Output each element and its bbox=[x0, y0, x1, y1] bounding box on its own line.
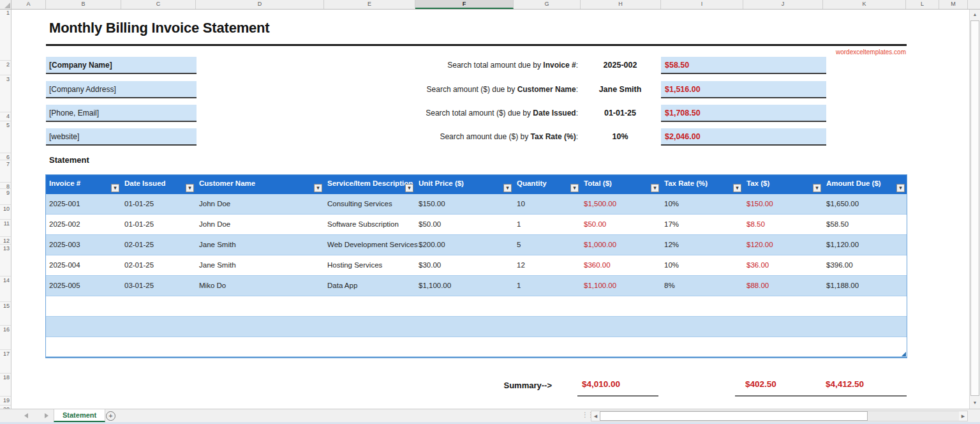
cell-3-6[interactable]: 5 bbox=[514, 235, 581, 255]
column-header-K[interactable]: K bbox=[823, 0, 906, 9]
cell-3-7[interactable]: $1,000.00 bbox=[581, 235, 661, 255]
scroll-right-icon[interactable]: ▶ bbox=[959, 411, 967, 421]
vertical-scrollbar[interactable]: ▲ ▼ bbox=[969, 10, 980, 409]
next-sheet-icon[interactable] bbox=[45, 413, 48, 418]
column-header-M[interactable]: M bbox=[939, 0, 968, 9]
table-row-8[interactable] bbox=[46, 337, 907, 357]
cell-4-7[interactable]: $360.00 bbox=[581, 255, 661, 276]
column-header-J[interactable]: J bbox=[743, 0, 823, 9]
cell-4-5[interactable]: $30.00 bbox=[415, 255, 514, 276]
cell-5-2[interactable]: 03-01-25 bbox=[121, 276, 196, 296]
column-header-G[interactable]: G bbox=[514, 0, 581, 9]
search-criteria-value-1[interactable]: 2025-002 bbox=[579, 61, 661, 70]
cell-3-4[interactable]: Web Development Services bbox=[324, 235, 415, 255]
row-header-18[interactable]: 18 bbox=[3, 374, 10, 381]
cell-5-7[interactable]: $1,100.00 bbox=[581, 276, 661, 296]
cell-3-1[interactable]: 2025-003 bbox=[46, 235, 121, 255]
horizontal-scrollbar-thumb[interactable] bbox=[600, 411, 868, 421]
company-field-4[interactable]: [website] bbox=[46, 128, 197, 146]
row-header-10[interactable]: 10 bbox=[3, 206, 10, 212]
row-header-3[interactable]: 3 bbox=[6, 76, 10, 82]
cell-1-2[interactable]: 01-01-25 bbox=[121, 194, 196, 215]
company-field-1[interactable]: [Company Name] bbox=[46, 57, 197, 74]
table-row-3[interactable]: 2025-00302-01-25Jane SmithWeb Developmen… bbox=[46, 235, 907, 255]
cell-5-5[interactable]: $1,100.00 bbox=[415, 276, 514, 296]
filter-dropdown-icon[interactable]: ▾ bbox=[570, 184, 579, 192]
search-result-3[interactable]: $1,708.50 bbox=[661, 105, 826, 122]
filter-dropdown-icon[interactable]: ▾ bbox=[896, 184, 905, 192]
cell-2-5[interactable]: $50.00 bbox=[415, 215, 514, 235]
cell-3-10[interactable]: $1,120.00 bbox=[823, 235, 907, 255]
cell-4-1[interactable]: 2025-004 bbox=[46, 255, 121, 276]
cell-5-8[interactable]: 8% bbox=[661, 276, 743, 296]
cell-1-10[interactable]: $1,650.00 bbox=[823, 194, 907, 215]
cell-1-1[interactable]: 2025-001 bbox=[46, 194, 121, 215]
table-row-7[interactable] bbox=[46, 317, 907, 337]
column-header-L[interactable]: L bbox=[906, 0, 939, 9]
filter-dropdown-icon[interactable]: ▾ bbox=[651, 184, 659, 192]
cell-3-2[interactable]: 02-01-25 bbox=[121, 235, 196, 255]
scroll-left-icon[interactable]: ◀ bbox=[591, 411, 600, 421]
sheet-tab-statement[interactable]: Statement bbox=[54, 409, 105, 422]
row-header-12[interactable]: 12 bbox=[3, 238, 10, 244]
prev-sheet-icon[interactable] bbox=[24, 413, 28, 418]
cell-4-4[interactable]: Hosting Services bbox=[324, 255, 415, 276]
filter-dropdown-icon[interactable]: ▾ bbox=[733, 184, 741, 192]
row-header-14[interactable]: 14 bbox=[3, 277, 10, 284]
table-row-1[interactable]: 2025-00101-01-25John DoeConsulting Servi… bbox=[46, 194, 907, 215]
cell-1-5[interactable]: $150.00 bbox=[415, 194, 514, 215]
add-sheet-icon[interactable]: + bbox=[106, 411, 115, 421]
summary-amount-due-value[interactable]: $4,412.50 bbox=[826, 379, 864, 389]
cell-4-3[interactable]: Jane Smith bbox=[196, 255, 324, 276]
cell-5-1[interactable]: 2025-005 bbox=[46, 276, 121, 296]
row-header-5[interactable]: 5 bbox=[6, 122, 10, 128]
row-header-17[interactable]: 17 bbox=[3, 351, 10, 357]
cell-1-8[interactable]: 10% bbox=[661, 194, 743, 215]
search-result-4[interactable]: $2,046.00 bbox=[661, 128, 826, 146]
cell-2-10[interactable]: $58.50 bbox=[823, 215, 907, 235]
cell-5-9[interactable]: $88.00 bbox=[743, 276, 823, 296]
row-header-13[interactable]: 13 bbox=[3, 245, 10, 252]
select-all-corner[interactable] bbox=[0, 0, 11, 9]
cell-5-4[interactable]: Data App bbox=[324, 276, 415, 296]
summary-tax-value[interactable]: $402.50 bbox=[745, 379, 776, 389]
filter-dropdown-icon[interactable]: ▾ bbox=[405, 184, 413, 192]
cell-3-8[interactable]: 12% bbox=[661, 235, 743, 255]
cell-3-3[interactable]: Jane Smith bbox=[196, 235, 324, 255]
row-header-16[interactable]: 16 bbox=[3, 326, 10, 333]
column-header-F[interactable]: F bbox=[415, 0, 514, 9]
search-criteria-value-2[interactable]: Jane Smith bbox=[579, 85, 661, 94]
column-header-H[interactable]: H bbox=[581, 0, 661, 9]
cell-1-7[interactable]: $1,500.00 bbox=[581, 194, 661, 215]
cell-1-9[interactable]: $150.00 bbox=[743, 194, 823, 215]
table-resize-handle[interactable] bbox=[902, 352, 906, 356]
search-criteria-value-4[interactable]: 10% bbox=[579, 132, 661, 141]
cell-2-4[interactable]: Software Subscription bbox=[324, 215, 415, 235]
row-header-15[interactable]: 15 bbox=[3, 303, 10, 309]
cell-3-9[interactable]: $120.00 bbox=[743, 235, 823, 255]
cell-3-5[interactable]: $200.00 bbox=[415, 235, 514, 255]
column-header-C[interactable]: C bbox=[121, 0, 196, 9]
cell-4-10[interactable]: $396.00 bbox=[823, 255, 907, 276]
cell-4-6[interactable]: 12 bbox=[514, 255, 581, 276]
row-header-7[interactable]: 7 bbox=[6, 161, 10, 167]
cell-2-8[interactable]: 17% bbox=[661, 215, 743, 235]
cell-1-6[interactable]: 10 bbox=[514, 194, 581, 215]
table-row-6[interactable] bbox=[46, 296, 907, 317]
column-header-I[interactable]: I bbox=[661, 0, 743, 9]
column-header-B[interactable]: B bbox=[46, 0, 121, 9]
table-row-2[interactable]: 2025-00201-01-25John DoeSoftware Subscri… bbox=[46, 215, 907, 235]
vertical-scrollbar-thumb[interactable] bbox=[970, 20, 979, 396]
search-result-2[interactable]: $1,516.00 bbox=[661, 81, 826, 98]
cell-4-9[interactable]: $36.00 bbox=[743, 255, 823, 276]
table-row-4[interactable]: 2025-00402-01-25Jane SmithHosting Servic… bbox=[46, 255, 907, 276]
cell-1-3[interactable]: John Doe bbox=[196, 194, 324, 215]
cell-4-8[interactable]: 10% bbox=[661, 255, 743, 276]
cell-2-1[interactable]: 2025-002 bbox=[46, 215, 121, 235]
row-header-2[interactable]: 2 bbox=[6, 61, 10, 68]
summary-total-value[interactable]: $4,010.00 bbox=[582, 379, 620, 389]
cell-2-9[interactable]: $8.50 bbox=[743, 215, 823, 235]
search-result-1[interactable]: $58.50 bbox=[661, 57, 826, 74]
search-criteria-value-3[interactable]: 01-01-25 bbox=[579, 109, 661, 117]
column-header-D[interactable]: D bbox=[196, 0, 324, 9]
